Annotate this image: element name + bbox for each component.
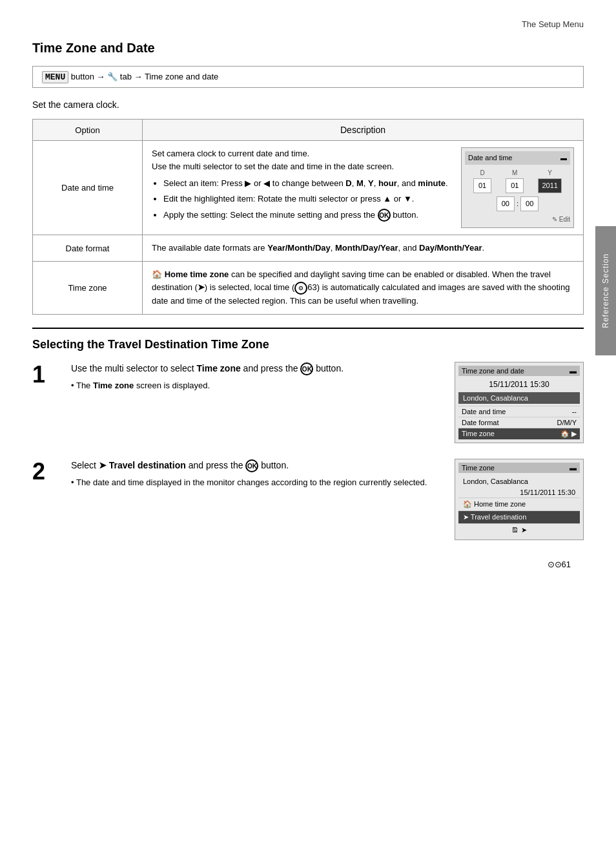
time-row: 00 : 00: [465, 196, 570, 211]
desc-date-time-text: Set camera clock to current date and tim…: [152, 147, 452, 224]
desc-date-format: The available date formats are Year/Mont…: [143, 235, 584, 262]
col-header-description: Description: [143, 120, 584, 141]
bullet-list: Select an item: Press ▶ or ◀ to change b…: [152, 177, 452, 222]
ok-icon4: OK: [245, 459, 258, 472]
date-grid: D 01 M 01 Y 2011: [466, 168, 569, 193]
ok-icon2: ⊙: [294, 282, 307, 295]
section1-title: Time Zone and Date: [32, 41, 584, 56]
ok-icon3: OK: [300, 362, 313, 375]
camera-date-screen: Date and time ▬ D 01 M 01: [461, 147, 574, 228]
page-num-symbol: ⊙⊙61: [548, 560, 571, 569]
step-2-content: Select ➤ Travel destination and press th…: [71, 459, 442, 489]
right-tab: Reference Section: [595, 226, 616, 355]
option-date-format: Date format: [33, 235, 143, 262]
page-number: ⊙⊙61: [32, 560, 584, 569]
step-2-container: 2 Select ➤ Travel destination and press …: [32, 459, 584, 540]
menu-keyword: MENU: [42, 71, 68, 83]
table-row: Date and time Set camera clock to curren…: [33, 141, 584, 235]
main-table: Option Description Date and time Set cam…: [32, 119, 584, 315]
section2-title: Selecting the Travel Destination Time Zo…: [32, 328, 584, 351]
step-2-num: 2: [32, 460, 58, 483]
step-1-screen: Time zone and date ▬ 15/11/2011 15:30 Lo…: [455, 362, 584, 443]
battery-icon3: ▬: [570, 464, 577, 472]
header-title: The Setup Menu: [522, 19, 584, 29]
menu-path-text: button → 🔧 tab → Time zone and date: [71, 72, 218, 81]
top-right-label: The Setup Menu: [32, 19, 584, 29]
battery-icon: ▬: [560, 153, 567, 163]
home-icon: 🏠: [152, 269, 162, 279]
step-1-content: Use the multi selector to select Time zo…: [71, 362, 442, 392]
page-container: The Setup Menu Time Zone and Date MENU b…: [0, 0, 616, 849]
ok-icon: OK: [378, 209, 391, 222]
right-tab-label: Reference Section: [601, 253, 610, 328]
screen-title: Date and time: [468, 152, 512, 163]
desc-date-time: Set camera clock to current date and tim…: [143, 141, 584, 235]
step-2-screen: Time zone ▬ London, Casablanca 15/11/201…: [455, 459, 584, 540]
step-1-container: 1 Use the multi selector to select Time …: [32, 362, 584, 443]
step-1-num: 1: [32, 363, 58, 386]
table-row: Date format The available date formats a…: [33, 235, 584, 262]
screen-edit-bar: ✎ Edit: [465, 215, 570, 225]
option-date-time: Date and time: [33, 141, 143, 235]
option-time-zone: Time zone: [33, 262, 143, 315]
table-row: Time zone 🏠 Home time zone can be specif…: [33, 262, 584, 315]
desc-time-zone: 🏠 Home time zone can be specified and da…: [143, 262, 584, 315]
intro-text: Set the camera clock.: [32, 100, 584, 110]
battery-icon2: ▬: [570, 367, 577, 375]
menu-path-box: MENU button → 🔧 tab → Time zone and date: [32, 66, 584, 88]
col-header-option: Option: [33, 120, 143, 141]
